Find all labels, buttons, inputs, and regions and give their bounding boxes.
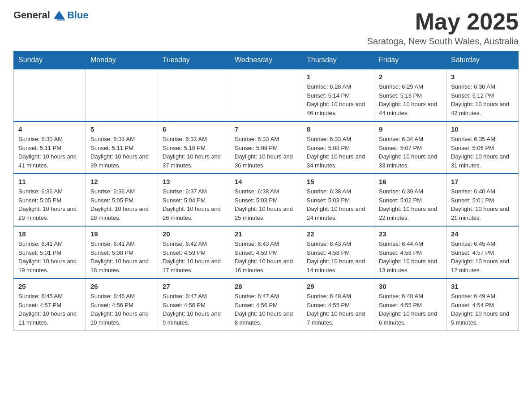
day-number: 7: [235, 125, 297, 133]
column-header-wednesday: Wednesday: [230, 51, 302, 69]
day-info: Sunrise: 6:32 AMSunset: 5:10 PMDaylight:…: [163, 135, 225, 170]
calendar-cell: 2Sunrise: 6:29 AMSunset: 5:13 PMDaylight…: [374, 69, 446, 121]
calendar-week-row: 25Sunrise: 6:45 AMSunset: 4:57 PMDayligh…: [14, 278, 519, 331]
calendar-cell: 1Sunrise: 6:28 AMSunset: 5:14 PMDaylight…: [302, 69, 374, 121]
day-number: 9: [379, 125, 442, 133]
calendar-cell: 25Sunrise: 6:45 AMSunset: 4:57 PMDayligh…: [14, 278, 86, 331]
day-number: 31: [451, 283, 514, 290]
logo: General Blue: [13, 9, 89, 21]
calendar-cell: 18Sunrise: 6:41 AMSunset: 5:01 PMDayligh…: [14, 226, 86, 278]
day-number: 2: [379, 73, 442, 81]
calendar-cell: 11Sunrise: 6:36 AMSunset: 5:05 PMDayligh…: [14, 174, 86, 226]
calendar-cell: 23Sunrise: 6:44 AMSunset: 4:58 PMDayligh…: [374, 226, 446, 278]
calendar-week-row: 18Sunrise: 6:41 AMSunset: 5:01 PMDayligh…: [14, 226, 519, 278]
day-number: 25: [18, 283, 81, 290]
calendar-week-row: 4Sunrise: 6:30 AMSunset: 5:11 PMDaylight…: [14, 121, 519, 174]
column-header-tuesday: Tuesday: [158, 51, 230, 69]
day-info: Sunrise: 6:33 AMSunset: 5:08 PMDaylight:…: [307, 135, 369, 170]
day-info: Sunrise: 6:41 AMSunset: 5:01 PMDaylight:…: [18, 240, 81, 274]
day-number: 8: [307, 125, 369, 133]
day-number: 12: [90, 178, 153, 185]
calendar-cell: 17Sunrise: 6:40 AMSunset: 5:01 PMDayligh…: [446, 174, 519, 226]
day-number: 28: [235, 283, 297, 290]
day-number: 5: [90, 125, 153, 133]
day-number: 29: [307, 283, 369, 290]
day-info: Sunrise: 6:33 AMSunset: 5:09 PMDaylight:…: [235, 135, 297, 170]
day-number: 13: [163, 178, 225, 185]
column-header-monday: Monday: [86, 51, 158, 69]
day-number: 21: [235, 230, 297, 238]
day-number: 14: [235, 178, 297, 185]
calendar-cell: 6Sunrise: 6:32 AMSunset: 5:10 PMDaylight…: [158, 121, 230, 174]
day-info: Sunrise: 6:36 AMSunset: 5:05 PMDaylight:…: [90, 187, 153, 222]
day-info: Sunrise: 6:41 AMSunset: 5:00 PMDaylight:…: [90, 240, 153, 274]
day-info: Sunrise: 6:36 AMSunset: 5:05 PMDaylight:…: [18, 187, 81, 222]
day-info: Sunrise: 6:45 AMSunset: 4:57 PMDaylight:…: [18, 292, 81, 327]
logo-general-text: General: [13, 9, 50, 21]
calendar-cell: 22Sunrise: 6:43 AMSunset: 4:58 PMDayligh…: [302, 226, 374, 278]
day-number: 16: [379, 178, 442, 185]
day-info: Sunrise: 6:40 AMSunset: 5:01 PMDaylight:…: [451, 187, 514, 222]
calendar-cell: 14Sunrise: 6:38 AMSunset: 5:03 PMDayligh…: [230, 174, 302, 226]
calendar-cell: 4Sunrise: 6:30 AMSunset: 5:11 PMDaylight…: [14, 121, 86, 174]
calendar-cell: [230, 69, 302, 121]
calendar-cell: 8Sunrise: 6:33 AMSunset: 5:08 PMDaylight…: [302, 121, 374, 174]
day-number: 11: [18, 178, 81, 185]
day-info: Sunrise: 6:34 AMSunset: 5:07 PMDaylight:…: [379, 135, 442, 170]
calendar-cell: 9Sunrise: 6:34 AMSunset: 5:07 PMDaylight…: [374, 121, 446, 174]
day-info: Sunrise: 6:39 AMSunset: 5:02 PMDaylight:…: [379, 187, 442, 222]
calendar-cell: 21Sunrise: 6:43 AMSunset: 4:59 PMDayligh…: [230, 226, 302, 278]
calendar-cell: 5Sunrise: 6:31 AMSunset: 5:11 PMDaylight…: [86, 121, 158, 174]
day-number: 19: [90, 230, 153, 238]
calendar-cell: 16Sunrise: 6:39 AMSunset: 5:02 PMDayligh…: [374, 174, 446, 226]
column-header-sunday: Sunday: [14, 51, 86, 69]
day-number: 6: [163, 125, 225, 133]
calendar-cell: 24Sunrise: 6:45 AMSunset: 4:57 PMDayligh…: [446, 226, 519, 278]
day-number: 4: [18, 125, 81, 133]
day-info: Sunrise: 6:47 AMSunset: 4:56 PMDaylight:…: [235, 292, 297, 327]
day-info: Sunrise: 6:46 AMSunset: 4:56 PMDaylight:…: [90, 292, 153, 327]
calendar-cell: 3Sunrise: 6:30 AMSunset: 5:12 PMDaylight…: [446, 69, 519, 121]
calendar-cell: 7Sunrise: 6:33 AMSunset: 5:09 PMDaylight…: [230, 121, 302, 174]
day-info: Sunrise: 6:48 AMSunset: 4:55 PMDaylight:…: [379, 292, 442, 327]
day-number: 24: [451, 230, 514, 238]
day-number: 26: [90, 283, 153, 290]
calendar-cell: 26Sunrise: 6:46 AMSunset: 4:56 PMDayligh…: [86, 278, 158, 331]
day-info: Sunrise: 6:30 AMSunset: 5:11 PMDaylight:…: [18, 135, 81, 170]
day-info: Sunrise: 6:49 AMSunset: 4:54 PMDaylight:…: [451, 292, 514, 327]
day-info: Sunrise: 6:37 AMSunset: 5:04 PMDaylight:…: [163, 187, 225, 222]
title-block: May 2025 Saratoga, New South Wales, Aust…: [367, 9, 519, 47]
day-info: Sunrise: 6:48 AMSunset: 4:55 PMDaylight:…: [307, 292, 369, 327]
column-header-saturday: Saturday: [446, 51, 519, 69]
day-info: Sunrise: 6:35 AMSunset: 5:06 PMDaylight:…: [451, 135, 514, 170]
month-year-title: May 2025: [367, 9, 519, 34]
day-info: Sunrise: 6:43 AMSunset: 4:58 PMDaylight:…: [307, 240, 369, 274]
day-number: 18: [18, 230, 81, 238]
day-info: Sunrise: 6:43 AMSunset: 4:59 PMDaylight:…: [235, 240, 297, 274]
logo-blue-text: Blue: [67, 9, 89, 21]
day-info: Sunrise: 6:42 AMSunset: 4:59 PMDaylight:…: [163, 240, 225, 274]
location-subtitle: Saratoga, New South Wales, Australia: [367, 36, 519, 47]
day-info: Sunrise: 6:45 AMSunset: 4:57 PMDaylight:…: [451, 240, 514, 274]
calendar-cell: [14, 69, 86, 121]
calendar-table: SundayMondayTuesdayWednesdayThursdayFrid…: [13, 51, 519, 331]
calendar-cell: 28Sunrise: 6:47 AMSunset: 4:56 PMDayligh…: [230, 278, 302, 331]
day-info: Sunrise: 6:28 AMSunset: 5:14 PMDaylight:…: [307, 82, 369, 117]
day-number: 3: [451, 73, 514, 81]
day-number: 15: [307, 178, 369, 185]
calendar-cell: 27Sunrise: 6:47 AMSunset: 4:56 PMDayligh…: [158, 278, 230, 331]
calendar-header-row: SundayMondayTuesdayWednesdayThursdayFrid…: [14, 51, 519, 69]
calendar-cell: 19Sunrise: 6:41 AMSunset: 5:00 PMDayligh…: [86, 226, 158, 278]
day-info: Sunrise: 6:31 AMSunset: 5:11 PMDaylight:…: [90, 135, 153, 170]
page-header: General Blue May 2025 Saratoga, New Sout…: [13, 9, 519, 47]
calendar-cell: 10Sunrise: 6:35 AMSunset: 5:06 PMDayligh…: [446, 121, 519, 174]
day-info: Sunrise: 6:38 AMSunset: 5:03 PMDaylight:…: [307, 187, 369, 222]
day-number: 1: [307, 73, 369, 81]
calendar-cell: 15Sunrise: 6:38 AMSunset: 5:03 PMDayligh…: [302, 174, 374, 226]
calendar-cell: 31Sunrise: 6:49 AMSunset: 4:54 PMDayligh…: [446, 278, 519, 331]
day-number: 17: [451, 178, 514, 185]
day-info: Sunrise: 6:29 AMSunset: 5:13 PMDaylight:…: [379, 82, 442, 117]
calendar-cell: 12Sunrise: 6:36 AMSunset: 5:05 PMDayligh…: [86, 174, 158, 226]
column-header-friday: Friday: [374, 51, 446, 69]
day-info: Sunrise: 6:47 AMSunset: 4:56 PMDaylight:…: [163, 292, 225, 327]
